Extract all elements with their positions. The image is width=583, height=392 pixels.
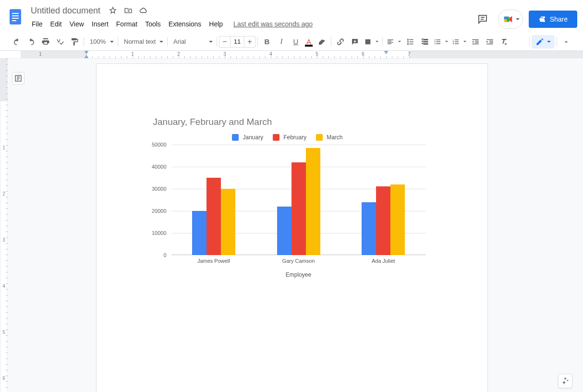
chart-legend: JanuaryFebruaryMarch	[143, 134, 433, 141]
menu-file[interactable]: File	[28, 18, 47, 30]
vruler-number: 3	[2, 237, 5, 243]
vruler-number: 2	[2, 191, 5, 196]
svg-rect-1	[12, 13, 19, 14]
comments-icon[interactable]	[473, 10, 492, 29]
vertical-ruler[interactable]: 1234567	[0, 59, 8, 392]
horizontal-ruler[interactable]: 11234567	[0, 51, 583, 59]
editing-mode-button[interactable]	[532, 35, 555, 49]
checklist-button[interactable]	[417, 36, 432, 48]
vruler-number: 5	[2, 330, 5, 335]
align-dropdown[interactable]	[385, 36, 403, 48]
explore-button[interactable]	[558, 374, 572, 388]
increase-font-size-button[interactable]: +	[244, 37, 255, 47]
line-spacing-button[interactable]	[403, 36, 417, 48]
add-comment-button[interactable]	[348, 36, 362, 48]
y-tick-label: 40000	[143, 164, 167, 170]
chart-x-axis-label: Employee	[171, 271, 426, 278]
italic-button[interactable]: I	[274, 36, 289, 48]
legend-item: March	[316, 134, 342, 141]
decrease-indent-button[interactable]	[468, 36, 483, 48]
legend-label: February	[283, 134, 306, 141]
last-edit-link[interactable]: Last edit was seconds ago	[227, 20, 313, 28]
x-tick-label: Ada Juliet	[372, 258, 395, 264]
menu-insert[interactable]: Insert	[88, 18, 112, 30]
separator	[557, 37, 557, 47]
separator	[84, 37, 84, 47]
first-line-indent-marker[interactable]	[84, 51, 89, 54]
right-indent-marker[interactable]	[384, 51, 389, 54]
menu-help[interactable]: Help	[205, 18, 227, 30]
highlight-button[interactable]	[315, 36, 329, 48]
font-dropdown[interactable]: Arial	[170, 36, 215, 48]
menu-view[interactable]: View	[66, 18, 88, 30]
zoom-value: 100%	[90, 38, 106, 45]
legend-item: February	[273, 134, 306, 141]
bold-button[interactable]: B	[260, 36, 274, 48]
underline-button[interactable]: U	[289, 36, 303, 48]
menu-edit[interactable]: Edit	[47, 18, 66, 30]
chart-bar	[221, 189, 235, 255]
svg-rect-0	[10, 9, 21, 24]
header-right: Share	[473, 4, 577, 29]
decrease-font-size-button[interactable]: −	[219, 37, 230, 47]
paint-format-button[interactable]	[67, 36, 82, 48]
star-icon[interactable]	[107, 5, 119, 16]
separator	[167, 37, 168, 47]
numbered-list-dropdown[interactable]	[450, 36, 468, 48]
chart-bar	[362, 202, 376, 255]
spellcheck-button[interactable]	[53, 36, 67, 48]
increase-indent-button[interactable]	[483, 36, 497, 48]
menu-format[interactable]: Format	[112, 18, 141, 30]
svg-rect-4	[12, 20, 16, 21]
undo-button[interactable]	[10, 36, 24, 48]
bulleted-list-dropdown[interactable]	[432, 36, 450, 48]
legend-label: March	[327, 134, 342, 141]
share-label: Share	[550, 15, 568, 23]
meet-button[interactable]	[498, 10, 523, 29]
svg-rect-2	[12, 15, 19, 16]
svg-rect-3	[12, 18, 19, 19]
legend-swatch	[232, 134, 239, 141]
document-page[interactable]: January, February and March JanuaryFebru…	[96, 63, 488, 392]
text-color-button[interactable]: A	[303, 36, 315, 48]
share-button[interactable]: Share	[529, 11, 577, 28]
legend-label: January	[243, 134, 263, 141]
left-indent-marker[interactable]	[84, 55, 89, 59]
chart-bar	[206, 178, 221, 255]
separator	[382, 37, 383, 47]
print-button[interactable]	[38, 36, 53, 48]
cloud-status-icon[interactable]	[138, 5, 149, 16]
chart-title: January, February and March	[153, 117, 433, 127]
y-tick-label: 10000	[143, 230, 167, 236]
y-tick-label: 20000	[143, 208, 167, 214]
vruler-number: 1	[2, 145, 5, 150]
insert-link-button[interactable]	[333, 36, 348, 48]
zoom-dropdown[interactable]: 100%	[86, 36, 116, 48]
chart-bar	[306, 148, 320, 255]
chart-bar	[376, 186, 390, 255]
legend-swatch	[273, 134, 279, 141]
redo-button[interactable]	[24, 36, 38, 48]
menu-extensions[interactable]: Extensions	[165, 18, 205, 30]
x-tick-label: Gary Camson	[282, 258, 315, 264]
docs-logo[interactable]	[6, 4, 25, 30]
x-tick-label: James Powell	[197, 258, 230, 264]
move-folder-icon[interactable]	[122, 5, 134, 16]
clear-formatting-button[interactable]	[497, 36, 511, 48]
title-area: Untitled document File Edit View Insert …	[25, 4, 473, 31]
y-tick-label: 50000	[143, 142, 167, 147]
paragraph-style-dropdown[interactable]: Normal text	[120, 36, 165, 48]
font-size-input[interactable]	[230, 37, 244, 47]
embedded-chart[interactable]: January, February and March JanuaryFebru…	[143, 117, 433, 303]
legend-swatch	[316, 134, 323, 141]
collapse-toolbar-button[interactable]	[559, 36, 573, 48]
svg-rect-9	[504, 19, 507, 22]
show-outline-button[interactable]	[12, 72, 24, 85]
chevron-down-icon	[516, 18, 520, 20]
document-canvas[interactable]: 1234567 January, February and March Janu…	[0, 59, 583, 392]
chart-bar	[277, 207, 292, 255]
document-title[interactable]: Untitled document	[28, 5, 103, 17]
insert-image-dropdown[interactable]	[362, 36, 380, 48]
font-size-group: − +	[219, 36, 255, 48]
menu-tools[interactable]: Tools	[141, 18, 165, 30]
